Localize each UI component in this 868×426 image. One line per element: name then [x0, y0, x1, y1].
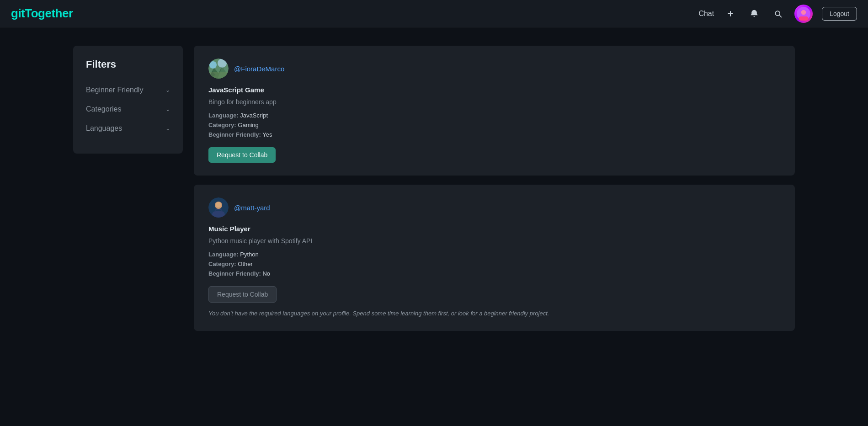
- chevron-down-icon: ⌄: [165, 125, 170, 132]
- svg-point-8: [209, 61, 217, 69]
- svg-point-1: [801, 10, 806, 15]
- card-header-2: @matt-yard: [208, 197, 780, 218]
- chevron-down-icon: ⌄: [165, 106, 170, 112]
- project-title-1: JavaScript Game: [208, 86, 780, 94]
- logout-button[interactable]: Logout: [822, 7, 857, 21]
- meta-language-2: Language: Python: [208, 251, 780, 258]
- filter-beginner-label: Beginner Friendly: [86, 86, 143, 94]
- filters-panel: Filters Beginner Friendly ⌄ Categories ⌄…: [73, 46, 183, 154]
- avatar-icon: [797, 7, 810, 21]
- avatar-person-img: [208, 197, 229, 218]
- chevron-down-icon: ⌄: [165, 87, 170, 93]
- avatar-image: [794, 5, 813, 23]
- project-description-2: Python music player with Spotify API: [208, 237, 780, 245]
- svg-rect-12: [212, 211, 225, 218]
- filters-title: Filters: [86, 59, 170, 70]
- meta-category-2: Category: Other: [208, 261, 780, 267]
- svg-point-9: [218, 59, 227, 68]
- plus-icon: [726, 9, 735, 18]
- svg-point-13: [216, 202, 221, 208]
- svg-rect-2: [799, 16, 809, 21]
- filter-languages-label: Languages: [86, 124, 122, 133]
- project-title-2: Music Player: [208, 225, 780, 233]
- user-avatar-fiora: [208, 59, 229, 79]
- user-avatar-matt: [208, 197, 229, 218]
- warning-text-2: You don't have the required languages on…: [208, 309, 780, 318]
- project-meta-2: Language: Python Category: Other Beginne…: [208, 251, 780, 277]
- filter-categories-label: Categories: [86, 105, 121, 113]
- meta-language-1: Language: JavaScript: [208, 112, 780, 119]
- project-description-1: Bingo for beginners app: [208, 98, 780, 106]
- request-collab-button-1[interactable]: Request to Collab: [208, 147, 276, 163]
- project-meta-1: Language: JavaScript Category: Gaming Be…: [208, 112, 780, 138]
- meta-beginner-1: Beginner Friendly: Yes: [208, 131, 780, 138]
- username-link-matt[interactable]: @matt-yard: [234, 204, 270, 212]
- request-collab-button-2[interactable]: Request to Collab: [208, 286, 277, 303]
- avatar-landscape-img: [208, 59, 229, 79]
- search-button[interactable]: [771, 6, 785, 21]
- add-button[interactable]: [723, 6, 738, 21]
- card-header: @FioraDeMarco: [208, 59, 780, 79]
- projects-list: @FioraDeMarco JavaScript Game Bingo for …: [194, 46, 795, 331]
- user-avatar[interactable]: [794, 5, 813, 23]
- main-content: Filters Beginner Friendly ⌄ Categories ⌄…: [0, 27, 868, 349]
- filter-beginner-friendly[interactable]: Beginner Friendly ⌄: [86, 81, 170, 99]
- svg-rect-7: [208, 72, 229, 79]
- bell-icon: [750, 9, 759, 18]
- filter-languages[interactable]: Languages ⌄: [86, 120, 170, 137]
- app-logo[interactable]: gitTogether: [11, 6, 73, 21]
- project-card-2: @matt-yard Music Player Python music pla…: [194, 185, 795, 331]
- notifications-button[interactable]: [747, 6, 761, 21]
- header-nav: Chat Logout: [698, 5, 857, 23]
- search-icon: [773, 9, 783, 18]
- username-link-fiora[interactable]: @FioraDeMarco: [234, 65, 284, 73]
- meta-beginner-2: Beginner Friendly: No: [208, 270, 780, 277]
- project-card: @FioraDeMarco JavaScript Game Bingo for …: [194, 46, 795, 176]
- filter-categories[interactable]: Categories ⌄: [86, 101, 170, 118]
- app-header: gitTogether Chat: [0, 0, 868, 27]
- meta-category-1: Category: Gaming: [208, 122, 780, 128]
- chat-link[interactable]: Chat: [698, 10, 714, 18]
